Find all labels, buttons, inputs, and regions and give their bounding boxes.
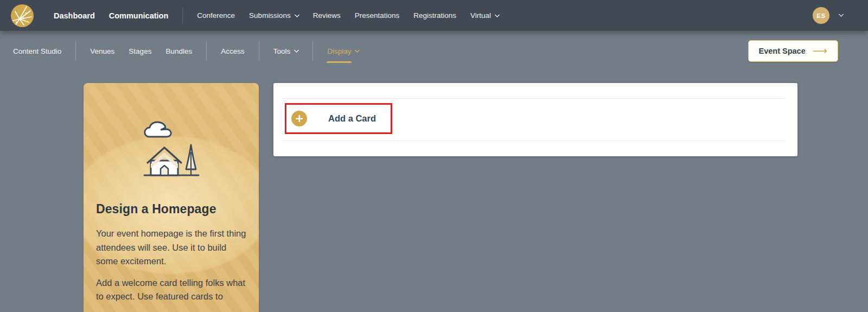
- sub-navbar: Content Studio Venues Stages Bundles Acc…: [0, 31, 868, 71]
- subnav-divider: [259, 41, 259, 61]
- nav-item-communication[interactable]: Communication: [109, 11, 169, 20]
- design-homepage-card: Design a Homepage Your event homepage is…: [84, 83, 259, 312]
- panel-divider: [282, 141, 785, 141]
- cards-panel: Add a Card: [273, 83, 797, 156]
- secondary-nav: Content Studio Venues Stages Bundles Acc…: [13, 41, 359, 61]
- nav-item-conference[interactable]: Conference: [197, 11, 235, 20]
- plus-icon[interactable]: [291, 111, 307, 126]
- nav-item-submissions[interactable]: Submissions: [249, 11, 299, 20]
- subnav-item-content-studio[interactable]: Content Studio: [13, 47, 61, 55]
- event-space-label: Event Space: [759, 47, 806, 55]
- main-content: Design a Homepage Your event homepage is…: [0, 71, 868, 312]
- nav-item-label: Virtual: [470, 11, 491, 20]
- promo-card-title: Design a Homepage: [96, 202, 246, 217]
- subnav-divider: [75, 41, 76, 61]
- subnav-item-bundles[interactable]: Bundles: [165, 47, 192, 55]
- subnav-item-label: Tools: [273, 47, 291, 55]
- promo-card-paragraph: Add a welcome card telling folks what to…: [96, 276, 246, 304]
- nav-item-presentations[interactable]: Presentations: [355, 11, 400, 20]
- arrow-right-icon: ⟶: [813, 46, 827, 56]
- add-card-label: Add a Card: [328, 113, 376, 124]
- nav-item-registrations[interactable]: Registrations: [413, 11, 456, 20]
- panel-divider: [282, 98, 785, 99]
- chevron-down-icon: [495, 12, 500, 17]
- chevron-down-icon: [355, 48, 360, 53]
- account-menu[interactable]: ES: [813, 7, 843, 24]
- subnav-item-label: Display: [327, 47, 351, 55]
- subnav-divider: [312, 41, 313, 61]
- add-card-button[interactable]: Add a Card: [285, 103, 392, 134]
- nav-item-virtual[interactable]: Virtual: [470, 11, 499, 20]
- chevron-down-icon: [294, 12, 299, 17]
- nav-item-label: Submissions: [249, 11, 291, 20]
- nav-item-reviews[interactable]: Reviews: [313, 11, 341, 20]
- top-navbar: Dashboard Communication Conference Submi…: [0, 0, 868, 31]
- avatar[interactable]: ES: [813, 7, 829, 24]
- house-illustration-icon: [143, 121, 200, 177]
- event-space-button[interactable]: Event Space ⟶: [748, 40, 839, 62]
- subnav-item-stages[interactable]: Stages: [129, 47, 151, 55]
- promo-card-paragraph: Your event homepage is the first thing a…: [96, 227, 246, 269]
- subnav-item-tools[interactable]: Tools: [273, 47, 299, 55]
- subnav-divider: [206, 41, 207, 61]
- nav-divider: [182, 8, 183, 24]
- chevron-down-icon: [839, 12, 844, 17]
- brand-logo-icon[interactable]: [11, 4, 34, 27]
- chevron-down-icon: [294, 48, 299, 53]
- subnav-item-access[interactable]: Access: [221, 47, 245, 55]
- subnav-item-venues[interactable]: Venues: [90, 47, 114, 55]
- nav-item-dashboard[interactable]: Dashboard: [54, 11, 95, 20]
- subnav-item-display[interactable]: Display: [327, 47, 359, 55]
- primary-nav: Dashboard Communication Conference Submi…: [54, 8, 499, 24]
